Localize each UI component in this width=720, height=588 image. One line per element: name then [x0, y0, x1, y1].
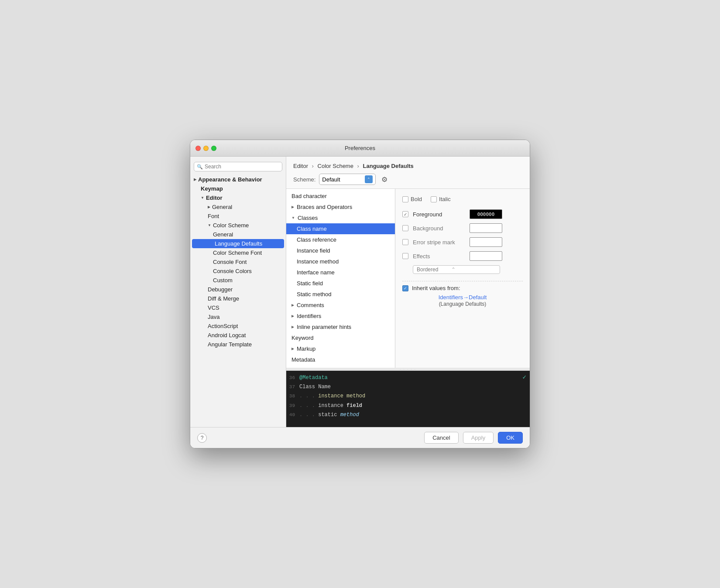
sidebar-item-appearance[interactable]: ▶ Appearance & Behavior	[190, 175, 286, 184]
sidebar-item-general[interactable]: ▶ General	[190, 202, 286, 212]
scheme-dropdown-icon[interactable]: ⌃	[365, 175, 373, 183]
inherit-link-text: Identifiers→Default	[439, 294, 487, 301]
background-color-swatch[interactable]	[470, 223, 502, 233]
item-label: Identifiers	[297, 313, 321, 319]
item-label: Instance field	[297, 247, 330, 254]
settings-panel: Bold Italic ✓ Foreground 000000	[395, 189, 530, 368]
background-row: Background	[402, 223, 523, 233]
preview-line-36: 36 @Metadata	[286, 373, 530, 383]
search-input[interactable]	[205, 164, 279, 170]
background-checkbox[interactable]	[402, 225, 408, 231]
main-header: Editor › Color Scheme › Language Default…	[286, 157, 530, 189]
tree-item-markup[interactable]: ▶ Markup	[286, 343, 395, 354]
tree-item-static-method[interactable]: Static method	[286, 289, 395, 300]
line-number: 38	[286, 393, 299, 400]
foreground-checkbox[interactable]: ✓	[402, 211, 408, 217]
sidebar-item-label: Color Scheme Font	[213, 250, 262, 256]
sidebar-item-label: General	[212, 204, 232, 210]
tree-item-instance-field[interactable]: Instance field	[286, 245, 395, 256]
error-stripe-checkbox[interactable]	[402, 239, 408, 245]
error-stripe-row: Error stripe mark	[402, 237, 523, 247]
ok-button[interactable]: OK	[498, 432, 523, 444]
sidebar-item-console-font[interactable]: Console Font	[190, 257, 286, 267]
apply-button[interactable]: Apply	[463, 432, 494, 444]
sidebar-item-console-colors[interactable]: Console Colors	[190, 267, 286, 276]
tree-item-comments[interactable]: ▶ Comments	[286, 300, 395, 311]
tree-item-braces-operators[interactable]: ▶ Braces and Operators	[286, 202, 395, 212]
inherit-link-anchor[interactable]: Identifiers→Default	[439, 294, 487, 301]
tree-item-classes[interactable]: ▼ Classes	[286, 212, 395, 223]
tree-item-class-name[interactable]: Class name	[286, 223, 395, 234]
tree-item-identifiers[interactable]: ▶ Identifiers	[286, 311, 395, 321]
tree-item-keyword[interactable]: Keyword	[286, 332, 395, 343]
breadcrumb-editor: Editor	[293, 163, 308, 169]
expand-icon: ▶	[291, 205, 294, 209]
search-box[interactable]: 🔍	[194, 162, 282, 171]
sidebar-item-vcs[interactable]: VCS	[190, 303, 286, 312]
effects-checkbox[interactable]	[402, 253, 408, 259]
line-number: 36	[286, 374, 299, 382]
breadcrumb-color-scheme: Color Scheme	[318, 163, 353, 169]
inherit-checkbox[interactable]: ✓	[402, 285, 408, 291]
sidebar-item-android-logcat[interactable]: Android Logcat	[190, 331, 286, 340]
tree-item-metadata[interactable]: Metadata	[286, 354, 395, 365]
effects-dropdown-arrow: ⌃	[451, 267, 456, 273]
scheme-value: Default	[322, 176, 340, 183]
sidebar-item-label: Font	[208, 213, 219, 219]
main-content: 🔍 ▶ Appearance & Behavior Keymap ▼ Edito…	[190, 157, 530, 427]
sidebar-item-label: Language Defaults	[215, 240, 262, 247]
sidebar-item-color-scheme-font[interactable]: Color Scheme Font	[190, 248, 286, 257]
sidebar-item-language-defaults[interactable]: Language Defaults	[192, 239, 284, 248]
preview-line-38: 38 . . . instance method	[286, 392, 530, 401]
breadcrumb-sep1: ›	[312, 163, 314, 169]
expand-icon: ▶	[194, 178, 196, 181]
tree-item-instance-method[interactable]: Instance method	[286, 256, 395, 267]
breadcrumb-sep2: ›	[357, 163, 359, 169]
sidebar-item-font[interactable]: Font	[190, 212, 286, 221]
sidebar-item-editor[interactable]: ▼ Editor	[190, 193, 286, 202]
tree-item-static-field[interactable]: Static field	[286, 278, 395, 289]
italic-checkbox[interactable]	[431, 196, 437, 202]
bold-checkbox[interactable]	[402, 196, 408, 202]
sidebar-item-debugger[interactable]: Debugger	[190, 285, 286, 294]
sidebar-item-keymap[interactable]: Keymap	[190, 184, 286, 193]
italic-checkbox-label[interactable]: Italic	[431, 196, 451, 202]
tree-item-inline-parameter-hints[interactable]: ▶ Inline parameter hints	[286, 321, 395, 332]
close-button[interactable]	[195, 146, 201, 151]
effects-row: Effects	[402, 251, 523, 261]
sidebar-item-label: Android Logcat	[208, 332, 246, 338]
footer-left: ?	[197, 433, 207, 443]
background-label: Background	[413, 225, 465, 232]
sidebar-item-label: Editor	[206, 195, 223, 201]
sidebar-item-actionscript[interactable]: ActionScript	[190, 321, 286, 331]
error-stripe-color-swatch[interactable]	[470, 237, 502, 247]
scheme-select[interactable]: Default ⌃	[319, 174, 376, 185]
sidebar-item-color-scheme[interactable]: ▼ Color Scheme	[190, 221, 286, 230]
tree-item-interface-name[interactable]: Interface name	[286, 267, 395, 278]
tree-panel: Bad character ▶ Braces and Operators ▼ C…	[286, 189, 395, 368]
tree-item-bad-character[interactable]: Bad character	[286, 191, 395, 202]
gear-button[interactable]: ⚙	[379, 174, 390, 185]
sidebar-item-custom[interactable]: Custom	[190, 276, 286, 285]
bold-checkbox-label[interactable]: Bold	[402, 196, 422, 202]
foreground-color-swatch[interactable]: 000000	[470, 209, 502, 219]
sidebar-item-label: Console Colors	[213, 268, 252, 274]
tree-item-class-reference[interactable]: Class reference	[286, 234, 395, 245]
effects-color-swatch[interactable]	[470, 251, 502, 261]
sidebar-item-label: Diff & Merge	[208, 295, 239, 302]
sidebar-item-diff-merge[interactable]: Diff & Merge	[190, 294, 286, 303]
maximize-button[interactable]	[211, 146, 216, 151]
minimize-button[interactable]	[203, 146, 209, 151]
sidebar-item-label: Color Scheme	[213, 222, 249, 229]
effects-dropdown[interactable]: Bordered ⌃	[413, 265, 500, 274]
effects-label: Effects	[413, 253, 465, 260]
sidebar-item-angular-template[interactable]: Angular Template	[190, 340, 286, 349]
sidebar-item-java[interactable]: Java	[190, 312, 286, 321]
cancel-button[interactable]: Cancel	[424, 432, 458, 444]
help-button[interactable]: ?	[197, 433, 207, 443]
preview-line-40: 40 . . . static method	[286, 410, 530, 420]
sidebar-item-label: Angular Template	[208, 341, 252, 348]
preferences-window: Preferences 🔍 ▶ Appearance & Behavior Ke…	[190, 140, 530, 448]
sidebar-item-color-scheme-general[interactable]: General	[190, 230, 286, 239]
expand-icon: ▶	[291, 325, 294, 329]
